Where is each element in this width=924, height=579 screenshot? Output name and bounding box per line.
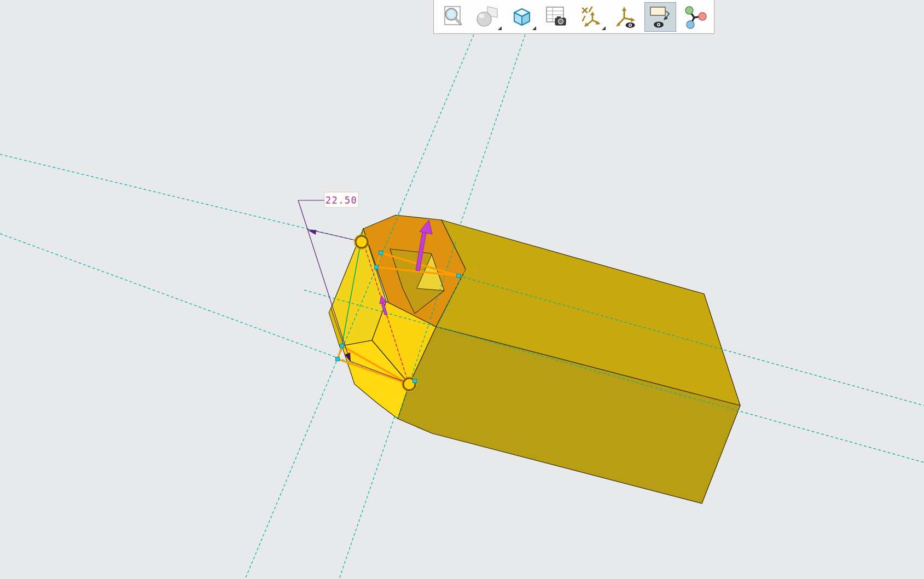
display-style-icon: [475, 4, 500, 30]
table-camera-icon: [544, 4, 569, 30]
sketch-vertex-handle[interactable]: [340, 344, 344, 348]
sketch-vertex-handle[interactable]: [375, 265, 379, 269]
named-views-button[interactable]: [506, 2, 538, 32]
datum-display-filters-button[interactable]: [576, 2, 607, 32]
node-link-icon: [682, 4, 707, 30]
faint-sketch-dimension: 4.0: [463, 267, 475, 275]
graphics-toolbar: [433, 0, 714, 34]
find-button[interactable]: [437, 2, 469, 32]
drag-handle-1[interactable]: [356, 236, 368, 248]
display-style-button[interactable]: [472, 2, 503, 32]
view-snapshot-button[interactable]: [541, 2, 572, 32]
connections-button[interactable]: [679, 2, 711, 32]
csys-eye-icon: [613, 4, 638, 30]
sketch-vertex-handle[interactable]: [336, 357, 340, 361]
3d-viewport[interactable]: 4.022.50: [0, 0, 924, 579]
dropdown-arrow-icon[interactable]: [498, 26, 502, 30]
sketch-vertex-handle[interactable]: [413, 379, 417, 383]
plane-eye-icon: [648, 4, 673, 30]
application-window: 4.022.50: [0, 0, 924, 579]
datum-axes-icon: [579, 4, 604, 30]
sketch-vertex-handle[interactable]: [379, 251, 383, 255]
sketch-vertex-handle[interactable]: [457, 274, 461, 278]
csys-display-button[interactable]: [610, 2, 642, 32]
dropdown-arrow-icon[interactable]: [602, 26, 606, 30]
dimension-value[interactable]: 22.50: [326, 195, 358, 206]
find-icon: [440, 4, 466, 30]
annotation-display-button[interactable]: [644, 2, 676, 32]
named-views-icon: [509, 4, 534, 30]
dropdown-arrow-icon[interactable]: [532, 26, 536, 30]
